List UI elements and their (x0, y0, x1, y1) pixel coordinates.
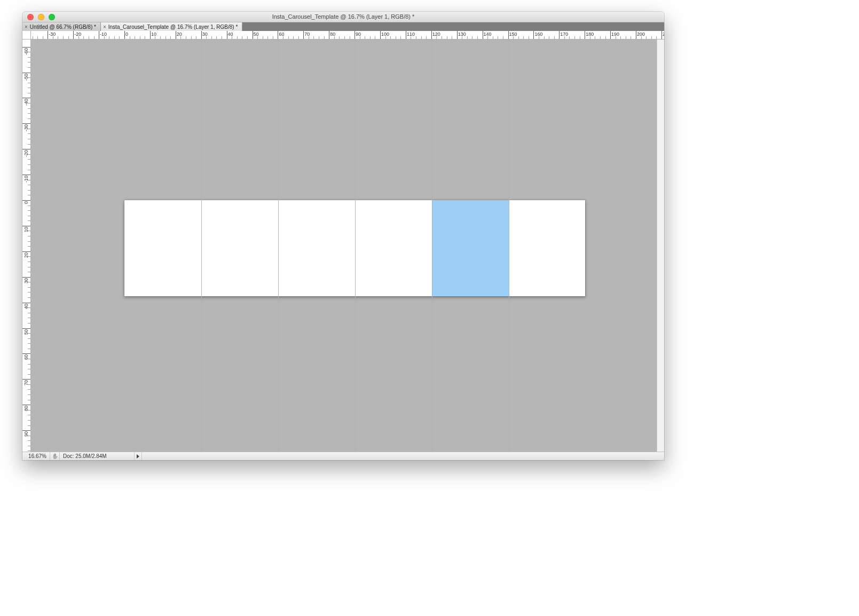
status-bar: 16.67% Doc: 25.0M/2.84M (22, 452, 664, 460)
ruler-tick-label: -20 (74, 31, 81, 37)
close-tab-icon[interactable]: × (103, 24, 106, 30)
doc-info[interactable]: Doc: 25.0M/2.84M (60, 452, 135, 460)
hand-icon (52, 453, 58, 460)
ruler-tick-label: 0 (23, 201, 29, 204)
minimize-window-button[interactable] (38, 14, 44, 20)
zoom-value: 16.67% (28, 453, 46, 459)
app-window: Insta_Carousel_Template @ 16.7% (Layer 1… (22, 12, 664, 460)
layer-blue-rect[interactable] (432, 200, 509, 296)
ruler-tick-label: -30 (23, 124, 29, 131)
tab-label: Untitled @ 66.7% (RGB/8) * (30, 24, 96, 30)
vertical-scrollbar[interactable] (657, 40, 664, 452)
tab-label: Insta_Carousel_Template @ 16.7% (Layer 1… (108, 24, 238, 30)
titlebar[interactable]: Insta_Carousel_Template @ 16.7% (Layer 1… (22, 12, 664, 22)
ruler-tick-label: -60 (23, 48, 29, 55)
vertical-guide[interactable] (509, 40, 509, 452)
ruler-tick-label: -30 (49, 31, 56, 37)
traffic-lights (27, 14, 55, 20)
ruler-tick-label: 210 (663, 31, 664, 37)
zoom-field[interactable]: 16.67% (22, 452, 50, 460)
ruler-tick-label: -40 (23, 99, 29, 106)
window-title: Insta_Carousel_Template @ 16.7% (Layer 1… (22, 13, 664, 20)
ruler-tick-label: -20 (23, 150, 29, 157)
vertical-guide[interactable] (201, 40, 202, 452)
vertical-guide[interactable] (355, 40, 356, 452)
ruler-tick-label: 0 (125, 31, 128, 37)
close-tab-icon[interactable]: × (25, 24, 28, 30)
ruler-origin-corner[interactable] (22, 31, 31, 40)
doc-info-label: Doc: 25.0M/2.84M (63, 453, 107, 459)
ruler-tick-label: -50 (23, 74, 29, 81)
close-window-button[interactable] (27, 14, 34, 20)
vertical-guide[interactable] (278, 40, 279, 452)
status-menu-button[interactable] (135, 452, 142, 460)
horizontal-ruler[interactable]: -40-30-20-100102030405060708090100110120… (31, 31, 664, 40)
vertical-ruler[interactable]: -60-50-40-30-20-100102030405060708090100… (22, 31, 31, 452)
canvas-viewport[interactable] (31, 40, 664, 452)
document-tab[interactable]: × Untitled @ 66.7% (RGB/8) * (22, 22, 101, 31)
triangle-right-icon (137, 454, 139, 459)
status-hand-button[interactable] (50, 452, 60, 460)
document-tabs: × Untitled @ 66.7% (RGB/8) * × Insta_Car… (22, 22, 664, 31)
vertical-guide[interactable] (432, 40, 432, 452)
ruler-tick-label: -10 (23, 176, 29, 183)
document-tab[interactable]: × Insta_Carousel_Template @ 16.7% (Layer… (101, 22, 242, 31)
ruler-tick-label: -10 (100, 31, 107, 37)
zoom-window-button[interactable] (49, 14, 55, 20)
